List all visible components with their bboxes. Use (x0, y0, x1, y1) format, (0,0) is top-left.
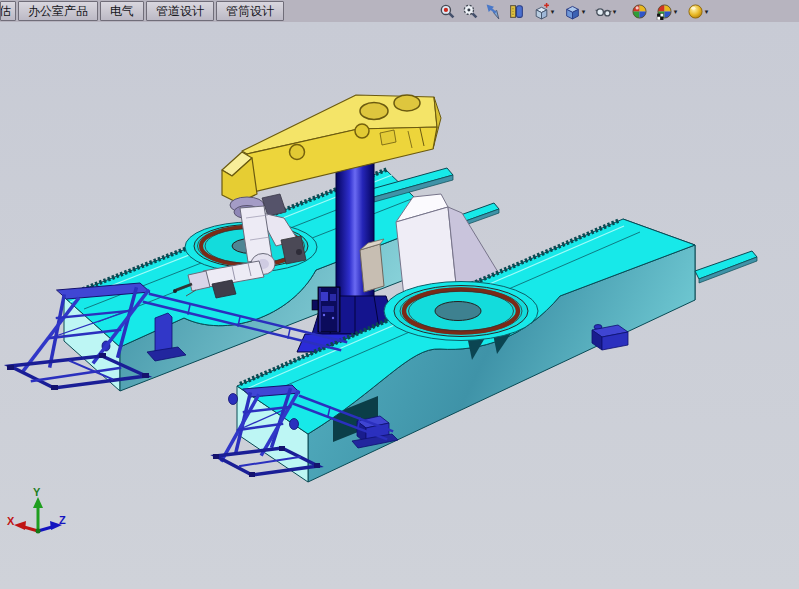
command-tab-bar: 估 办公室产品 电气 管道设计 管筒设计 (0, 0, 799, 23)
right-rotary-ring (384, 282, 538, 341)
display-style-icon (564, 3, 581, 20)
tab-piping-design[interactable]: 管道设计 (146, 1, 214, 21)
zoom-to-area-icon (462, 3, 479, 20)
dropdown-caret[interactable]: ▾ (705, 8, 709, 15)
edit-appearance-button[interactable] (629, 1, 650, 21)
tab-tubing-design[interactable]: 管筒设计 (216, 1, 284, 21)
viewport-3d[interactable]: X Y Z (0, 22, 799, 589)
view-orientation-icon (533, 3, 550, 20)
triad-z-label: Z (59, 514, 66, 526)
tab-label: 电气 (110, 3, 134, 20)
tab-evaluate-partial[interactable]: 估 (0, 1, 16, 21)
dropdown-caret[interactable]: ▾ (582, 8, 586, 15)
welding-torch-tip (173, 289, 177, 293)
previous-view-button[interactable] (483, 1, 504, 21)
view-toolbar: ▾ ▾ ▾ (437, 0, 712, 22)
view-settings-icon (687, 3, 704, 20)
display-style-button[interactable]: ▾ (560, 1, 589, 21)
hide-show-items-icon (595, 3, 612, 20)
dropdown-caret[interactable]: ▾ (674, 8, 678, 15)
tab-electrical[interactable]: 电气 (100, 1, 144, 21)
tab-label: 估 (0, 3, 11, 20)
section-view-icon (508, 3, 525, 20)
hide-show-items-button[interactable]: ▾ (591, 1, 620, 21)
tab-label: 管筒设计 (226, 3, 274, 20)
apply-scene-icon (656, 3, 673, 20)
zoom-to-fit-button[interactable] (437, 1, 458, 21)
tab-label: 办公室产品 (28, 3, 88, 20)
tan-support-block (360, 239, 384, 292)
section-view-button[interactable] (506, 1, 527, 21)
view-settings-button[interactable]: ▾ (683, 1, 712, 21)
dropdown-caret[interactable]: ▾ (551, 8, 555, 15)
tab-office-products[interactable]: 办公室产品 (18, 1, 98, 21)
triad-y-label: Y (33, 486, 41, 498)
zoom-to-fit-icon (439, 3, 456, 20)
view-orientation-button[interactable]: ▾ (529, 1, 558, 21)
cad-application-window: { "tabs": [ {"label": "估", "partial": tr… (0, 0, 799, 589)
zoom-to-area-button[interactable] (460, 1, 481, 21)
checker-pattern (657, 13, 663, 19)
previous-view-icon (485, 3, 502, 20)
tab-label: 管道设计 (156, 3, 204, 20)
triad-x-label: X (7, 515, 15, 527)
dropdown-caret[interactable]: ▾ (613, 8, 617, 15)
apply-scene-button[interactable]: ▾ (652, 1, 681, 21)
edit-appearance-icon (631, 3, 648, 20)
